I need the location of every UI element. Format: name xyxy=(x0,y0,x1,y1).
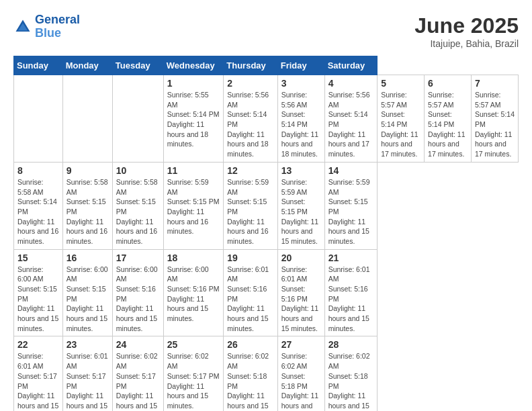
day-number: 12 xyxy=(227,165,273,176)
logo: General Blue xyxy=(13,13,80,40)
day-number: 4 xyxy=(328,78,374,89)
day-number: 24 xyxy=(116,339,160,350)
day-info: Sunrise: 5:59 AMSunset: 5:15 PMDaylight:… xyxy=(328,177,374,246)
weekday-header-wednesday: Wednesday xyxy=(163,56,224,75)
day-number: 11 xyxy=(167,165,220,176)
day-number: 16 xyxy=(66,253,109,263)
weekday-header-friday: Friday xyxy=(277,56,324,75)
day-info: Sunrise: 5:57 AMSunset: 5:14 PMDaylight:… xyxy=(475,90,515,159)
day-number: 22 xyxy=(17,339,59,350)
day-info: Sunrise: 6:00 AMSunset: 5:15 PMDaylight:… xyxy=(17,265,59,334)
calendar-day-14: 14 Sunrise: 5:59 AMSunset: 5:15 PMDaylig… xyxy=(324,162,378,249)
calendar-week-2: 8 Sunrise: 5:58 AMSunset: 5:14 PMDayligh… xyxy=(14,162,519,249)
day-number: 23 xyxy=(66,339,109,350)
calendar-empty-cell xyxy=(14,75,63,163)
calendar-day-10: 10 Sunrise: 5:58 AMSunset: 5:15 PMDaylig… xyxy=(112,162,163,249)
weekday-header-saturday: Saturday xyxy=(324,56,378,75)
day-number: 9 xyxy=(66,165,109,176)
day-info: Sunrise: 6:01 AMSunset: 5:16 PMDaylight:… xyxy=(281,265,321,334)
day-info: Sunrise: 6:01 AMSunset: 5:16 PMDaylight:… xyxy=(328,265,374,334)
calendar-day-1: 1 Sunrise: 5:55 AMSunset: 5:14 PMDayligh… xyxy=(163,75,224,163)
calendar-day-22: 22 Sunrise: 6:01 AMSunset: 5:17 PMDaylig… xyxy=(14,336,63,411)
page-header: General Blue June 2025 Itajuipe, Bahia, … xyxy=(13,13,519,49)
day-number: 19 xyxy=(227,253,273,263)
day-info: Sunrise: 6:00 AMSunset: 5:15 PMDaylight:… xyxy=(66,265,109,334)
calendar-day-3: 3 Sunrise: 5:56 AMSunset: 5:14 PMDayligh… xyxy=(277,75,324,163)
calendar-day-17: 17 Sunrise: 6:00 AMSunset: 5:16 PMDaylig… xyxy=(112,249,163,336)
day-number: 15 xyxy=(17,253,59,263)
day-info: Sunrise: 5:56 AMSunset: 5:14 PMDaylight:… xyxy=(281,90,321,159)
month-title: June 2025 xyxy=(414,13,519,38)
day-info: Sunrise: 5:57 AMSunset: 5:14 PMDaylight:… xyxy=(381,90,420,159)
day-info: Sunrise: 6:00 AMSunset: 5:16 PMDaylight:… xyxy=(167,265,220,324)
title-area: June 2025 Itajuipe, Bahia, Brazil xyxy=(414,13,519,49)
day-info: Sunrise: 5:58 AMSunset: 5:14 PMDaylight:… xyxy=(17,177,59,246)
calendar-day-19: 19 Sunrise: 6:01 AMSunset: 5:16 PMDaylig… xyxy=(224,249,277,336)
day-info: Sunrise: 5:59 AMSunset: 5:15 PMDaylight:… xyxy=(167,177,220,236)
day-number: 2 xyxy=(227,78,273,89)
day-number: 5 xyxy=(381,78,420,89)
weekday-header-monday: Monday xyxy=(62,56,112,75)
day-info: Sunrise: 6:02 AMSunset: 5:18 PMDaylight:… xyxy=(328,351,374,411)
calendar-day-7: 7 Sunrise: 5:57 AMSunset: 5:14 PMDayligh… xyxy=(472,75,519,163)
day-number: 25 xyxy=(167,339,220,350)
day-info: Sunrise: 6:00 AMSunset: 5:16 PMDaylight:… xyxy=(116,265,160,334)
calendar-table: SundayMondayTuesdayWednesdayThursdayFrid… xyxy=(13,56,519,411)
day-info: Sunrise: 6:02 AMSunset: 5:17 PMDaylight:… xyxy=(116,351,160,411)
calendar-week-1: 1 Sunrise: 5:55 AMSunset: 5:14 PMDayligh… xyxy=(14,75,519,163)
day-number: 13 xyxy=(281,165,321,176)
day-info: Sunrise: 5:58 AMSunset: 5:15 PMDaylight:… xyxy=(66,177,109,246)
calendar-day-24: 24 Sunrise: 6:02 AMSunset: 5:17 PMDaylig… xyxy=(112,336,163,411)
calendar-day-9: 9 Sunrise: 5:58 AMSunset: 5:15 PMDayligh… xyxy=(62,162,112,249)
day-number: 17 xyxy=(116,253,160,263)
calendar-day-16: 16 Sunrise: 6:00 AMSunset: 5:15 PMDaylig… xyxy=(62,249,112,336)
logo-icon xyxy=(13,17,32,36)
day-number: 26 xyxy=(227,339,273,350)
calendar-empty-cell xyxy=(112,75,163,163)
day-info: Sunrise: 6:02 AMSunset: 5:18 PMDaylight:… xyxy=(227,351,273,411)
calendar-day-12: 12 Sunrise: 5:59 AMSunset: 5:15 PMDaylig… xyxy=(224,162,277,249)
day-number: 20 xyxy=(281,253,321,263)
day-number: 27 xyxy=(281,339,321,350)
day-number: 7 xyxy=(475,78,515,89)
day-number: 1 xyxy=(167,78,220,89)
day-info: Sunrise: 6:02 AMSunset: 5:18 PMDaylight:… xyxy=(281,351,321,411)
calendar-day-13: 13 Sunrise: 5:59 AMSunset: 5:15 PMDaylig… xyxy=(277,162,324,249)
day-number: 6 xyxy=(428,78,468,89)
calendar-day-18: 18 Sunrise: 6:00 AMSunset: 5:16 PMDaylig… xyxy=(163,249,224,336)
calendar-day-28: 28 Sunrise: 6:02 AMSunset: 5:18 PMDaylig… xyxy=(324,336,378,411)
calendar-empty-cell xyxy=(62,75,112,163)
day-number: 3 xyxy=(281,78,321,89)
location: Itajuipe, Bahia, Brazil xyxy=(414,38,519,49)
day-info: Sunrise: 5:59 AMSunset: 5:15 PMDaylight:… xyxy=(227,177,273,246)
calendar-day-11: 11 Sunrise: 5:59 AMSunset: 5:15 PMDaylig… xyxy=(163,162,224,249)
calendar-day-8: 8 Sunrise: 5:58 AMSunset: 5:14 PMDayligh… xyxy=(14,162,63,249)
day-number: 8 xyxy=(17,165,59,176)
weekday-header-row: SundayMondayTuesdayWednesdayThursdayFrid… xyxy=(14,56,519,75)
day-number: 14 xyxy=(328,165,374,176)
day-info: Sunrise: 5:58 AMSunset: 5:15 PMDaylight:… xyxy=(116,177,160,246)
day-number: 28 xyxy=(328,339,374,350)
day-info: Sunrise: 6:01 AMSunset: 5:17 PMDaylight:… xyxy=(17,351,59,411)
day-info: Sunrise: 5:59 AMSunset: 5:15 PMDaylight:… xyxy=(281,177,321,246)
day-info: Sunrise: 5:56 AMSunset: 5:14 PMDaylight:… xyxy=(227,90,273,159)
day-number: 21 xyxy=(328,253,374,263)
calendar-day-27: 27 Sunrise: 6:02 AMSunset: 5:18 PMDaylig… xyxy=(277,336,324,411)
day-info: Sunrise: 6:01 AMSunset: 5:16 PMDaylight:… xyxy=(227,265,273,334)
weekday-header-thursday: Thursday xyxy=(224,56,277,75)
logo-text: General Blue xyxy=(35,13,80,40)
calendar-day-4: 4 Sunrise: 5:56 AMSunset: 5:14 PMDayligh… xyxy=(324,75,378,163)
calendar-day-2: 2 Sunrise: 5:56 AMSunset: 5:14 PMDayligh… xyxy=(224,75,277,163)
day-info: Sunrise: 6:01 AMSunset: 5:17 PMDaylight:… xyxy=(66,351,109,411)
calendar-day-23: 23 Sunrise: 6:01 AMSunset: 5:17 PMDaylig… xyxy=(62,336,112,411)
calendar-day-26: 26 Sunrise: 6:02 AMSunset: 5:18 PMDaylig… xyxy=(224,336,277,411)
day-number: 18 xyxy=(167,253,220,263)
day-info: Sunrise: 5:56 AMSunset: 5:14 PMDaylight:… xyxy=(328,90,374,159)
calendar-week-4: 22 Sunrise: 6:01 AMSunset: 5:17 PMDaylig… xyxy=(14,336,519,411)
calendar-day-6: 6 Sunrise: 5:57 AMSunset: 5:14 PMDayligh… xyxy=(425,75,472,163)
day-number: 10 xyxy=(116,165,160,176)
weekday-header-sunday: Sunday xyxy=(14,56,63,75)
calendar-week-3: 15 Sunrise: 6:00 AMSunset: 5:15 PMDaylig… xyxy=(14,249,519,336)
day-info: Sunrise: 5:55 AMSunset: 5:14 PMDaylight:… xyxy=(167,90,220,149)
weekday-header-tuesday: Tuesday xyxy=(112,56,163,75)
